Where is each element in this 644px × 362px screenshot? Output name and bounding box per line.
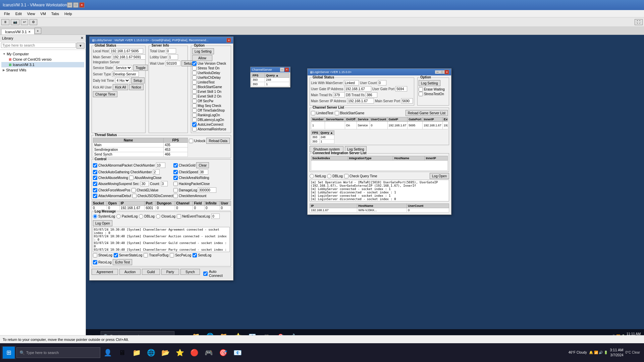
- new-tab-btn[interactable]: +: [35, 28, 41, 34]
- echo-test-btn[interactable]: Echo Test: [113, 259, 132, 265]
- guild-btn[interactable]: Guild: [142, 269, 160, 275]
- clear-btn[interactable]: Clear: [196, 162, 209, 168]
- check-el-value-cb[interactable]: [131, 188, 136, 192]
- close-log-radio[interactable]: [156, 214, 160, 219]
- off-sec-pw-cb[interactable]: [192, 99, 197, 103]
- db-latency-log-on-cb[interactable]: [192, 118, 197, 122]
- abnormal-reinforce-cb[interactable]: [192, 127, 197, 131]
- library-search-btn[interactable]: ▼: [76, 43, 85, 49]
- check-abnormal-packet-cb[interactable]: [93, 163, 97, 168]
- host-icon-7[interactable]: 🔴: [187, 346, 201, 360]
- check-js-os-cb[interactable]: [132, 194, 137, 198]
- hacking-packet-close-cb[interactable]: [173, 182, 178, 186]
- reload-game-server-btn[interactable]: Reload Game Server List: [406, 110, 448, 116]
- restore-btn[interactable]: □: [73, 2, 78, 8]
- check-abuse-moving-cb[interactable]: [93, 176, 97, 180]
- link-main-input[interactable]: [344, 80, 359, 85]
- host-icon-6[interactable]: ⭐: [173, 346, 187, 360]
- limited-test-cb[interactable]: [192, 80, 197, 84]
- limited-test-login-cb[interactable]: [311, 111, 315, 115]
- db-log-login-radio[interactable]: [327, 174, 331, 178]
- sec-pw-log-cb[interactable]: [170, 253, 174, 257]
- toggle-btn[interactable]: Toggle: [133, 65, 148, 71]
- check-force-move-cb[interactable]: [93, 188, 97, 192]
- server-state-log-cb[interactable]: [114, 253, 118, 257]
- check-area-no-riding-cb[interactable]: [173, 176, 178, 180]
- party-btn[interactable]: Party: [161, 269, 179, 275]
- net-log-radio[interactable]: [310, 174, 314, 178]
- menu-file[interactable]: File: [1, 11, 13, 16]
- net-event-trace-cb[interactable]: [177, 214, 181, 219]
- host-icon-9[interactable]: 🎯: [216, 346, 230, 360]
- pause-btn[interactable]: ⏸: [1, 19, 9, 25]
- check-item-amount-cb[interactable]: [173, 194, 178, 198]
- evnet-skill1-cb[interactable]: [192, 89, 197, 94]
- evnet-skill2-cb[interactable]: [192, 94, 197, 99]
- tree-icarus-vm[interactable]: 🖥 IcarusVM 3.1: [1, 62, 84, 67]
- settings-btn[interactable]: ⚙: [30, 19, 37, 25]
- auto-connect-cb[interactable]: [203, 272, 208, 276]
- local-host-input[interactable]: [110, 48, 143, 54]
- check-number2-input[interactable]: [153, 169, 160, 175]
- use-version-check-cb[interactable]: [192, 61, 197, 66]
- menu-help[interactable]: Help: [62, 11, 75, 16]
- tab-close-icon[interactable]: ✕: [28, 30, 31, 34]
- menu-vm[interactable]: VM: [38, 11, 49, 16]
- minimize-btn[interactable]: ─: [67, 2, 72, 8]
- damage-log-cb[interactable]: [173, 188, 178, 192]
- damage-log-input[interactable]: [198, 187, 216, 193]
- show-log-cb[interactable]: [93, 253, 97, 257]
- off-time-sale-shop-cb[interactable]: [192, 108, 197, 113]
- fullscreen-btn[interactable]: ⛶: [635, 19, 643, 25]
- ranking-log-on-cb[interactable]: [192, 113, 197, 117]
- user-count-input[interactable]: [378, 80, 386, 85]
- check-gold-cb[interactable]: [173, 163, 178, 168]
- user-gate-ip-input[interactable]: [344, 86, 371, 92]
- daily-init-select[interactable]: 4 Hour: [115, 78, 130, 83]
- close-btn[interactable]: ✕: [79, 2, 85, 8]
- unlock-cb[interactable]: [189, 139, 193, 143]
- host-icon-3[interactable]: 📁: [129, 346, 144, 360]
- daily-init-setup-btn[interactable]: Setup: [131, 77, 145, 83]
- lobby-close-btn[interactable]: ✕: [226, 38, 231, 43]
- check-speed-input[interactable]: [199, 169, 208, 175]
- main-server-input[interactable]: [112, 54, 146, 60]
- use-node-delay-cb[interactable]: [192, 71, 197, 75]
- tree-centos-clone[interactable]: 🖥 Clone of CentOS versio: [1, 57, 84, 62]
- main-server-port-input[interactable]: [401, 98, 413, 104]
- log-open-btn[interactable]: Log Open: [93, 220, 112, 226]
- revert-btn[interactable]: ↩: [21, 19, 28, 25]
- block-start-game-cb[interactable]: [192, 85, 197, 89]
- snap-btn[interactable]: 📷: [11, 19, 19, 25]
- db-log-radio[interactable]: [139, 214, 143, 219]
- kick-all-btn[interactable]: Kick All: [113, 84, 128, 90]
- log-setting-btn[interactable]: Log Setting: [192, 48, 214, 54]
- block-start-game-login-cb[interactable]: [335, 111, 339, 115]
- reload-data-btn[interactable]: Reload Data: [206, 138, 230, 144]
- trace-for-bug-cb[interactable]: [144, 253, 148, 257]
- server-type-input[interactable]: [112, 71, 139, 77]
- host-icon-1[interactable]: 👤: [101, 346, 115, 360]
- use-no-ch-delay-cb[interactable]: [192, 75, 197, 80]
- host-icon-5[interactable]: 📂: [158, 346, 172, 360]
- host-icon-8[interactable]: 🎮: [202, 346, 216, 360]
- recv-log-cb[interactable]: [93, 260, 97, 264]
- login-minimize-btn[interactable]: ─: [435, 70, 440, 74]
- host-search-bar[interactable]: 🔍 Type here to search: [16, 347, 100, 358]
- host-icon-2[interactable]: 🖥: [115, 346, 129, 360]
- count-input[interactable]: [161, 181, 168, 186]
- menu-edit[interactable]: Edit: [13, 11, 24, 16]
- ch-small-min[interactable]: ─: [280, 68, 284, 72]
- host-icon-4[interactable]: 🌐: [144, 346, 158, 360]
- login-close-btn[interactable]: ✕: [444, 70, 449, 74]
- login-log-open-btn[interactable]: Log Open: [430, 173, 449, 179]
- system-log-radio[interactable]: [93, 214, 97, 219]
- host-icon-10[interactable]: 📧: [230, 346, 245, 360]
- agreement-btn[interactable]: Agreement: [92, 269, 118, 275]
- sec-input[interactable]: [141, 181, 149, 186]
- check-speed-cb[interactable]: [173, 170, 178, 174]
- host-start-btn[interactable]: ⊞: [3, 347, 15, 359]
- main-server-ip-input[interactable]: [347, 98, 374, 104]
- total-user-input[interactable]: [166, 48, 176, 54]
- erase-waiting-cb[interactable]: [419, 87, 423, 92]
